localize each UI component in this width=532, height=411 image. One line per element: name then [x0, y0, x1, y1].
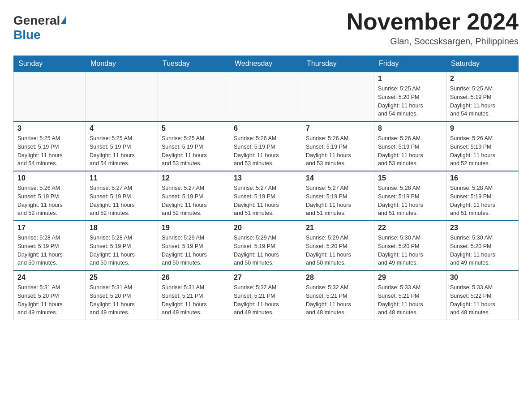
day-info: Sunrise: 5:30 AMSunset: 5:20 PMDaylight:… — [378, 234, 442, 267]
day-info: Sunrise: 5:27 AMSunset: 5:19 PMDaylight:… — [162, 184, 226, 218]
title-section: November 2024 Glan, Soccsksargen, Philip… — [347, 9, 519, 47]
day-number: 2 — [450, 75, 515, 83]
day-number: 24 — [17, 274, 82, 282]
day-number: 8 — [378, 124, 442, 133]
calendar-cell: 8Sunrise: 5:26 AMSunset: 5:19 PMDaylight… — [374, 121, 446, 171]
day-info: Sunrise: 5:25 AMSunset: 5:19 PMDaylight:… — [450, 85, 515, 118]
day-info: Sunrise: 5:29 AMSunset: 5:19 PMDaylight:… — [162, 234, 226, 267]
day-info: Sunrise: 5:25 AMSunset: 5:19 PMDaylight:… — [162, 134, 226, 168]
location: Glan, Soccsksargen, Philippines — [347, 36, 519, 47]
calendar-header: SundayMondayTuesdayWednesdayThursdayFrid… — [14, 56, 519, 72]
day-number: 10 — [17, 174, 82, 182]
day-info: Sunrise: 5:31 AMSunset: 5:21 PMDaylight:… — [162, 283, 226, 317]
day-number: 19 — [162, 224, 226, 232]
day-number: 11 — [90, 174, 154, 182]
weekday-header-sunday: Sunday — [14, 56, 86, 72]
day-info: Sunrise: 5:29 AMSunset: 5:19 PMDaylight:… — [234, 234, 298, 267]
calendar-cell: 23Sunrise: 5:30 AMSunset: 5:20 PMDayligh… — [446, 221, 519, 270]
day-info: Sunrise: 5:29 AMSunset: 5:20 PMDaylight:… — [306, 234, 370, 267]
calendar-cell: 3Sunrise: 5:25 AMSunset: 5:19 PMDaylight… — [14, 121, 86, 171]
weekday-header-tuesday: Tuesday — [158, 56, 230, 72]
calendar-cell: 27Sunrise: 5:32 AMSunset: 5:21 PMDayligh… — [230, 270, 302, 320]
calendar-cell: 9Sunrise: 5:26 AMSunset: 5:19 PMDaylight… — [446, 121, 519, 171]
calendar-cell: 1Sunrise: 5:25 AMSunset: 5:20 PMDaylight… — [374, 72, 446, 121]
day-number: 25 — [90, 274, 154, 282]
week-row-4: 17Sunrise: 5:28 AMSunset: 5:19 PMDayligh… — [14, 221, 519, 270]
weekday-header-monday: Monday — [86, 56, 158, 72]
weekday-header-saturday: Saturday — [446, 56, 519, 72]
calendar-cell: 30Sunrise: 5:33 AMSunset: 5:22 PMDayligh… — [446, 270, 519, 320]
day-info: Sunrise: 5:26 AMSunset: 5:19 PMDaylight:… — [378, 134, 442, 168]
page-header: General Blue November 2024 Glan, Soccsks… — [13, 9, 519, 47]
calendar-cell: 25Sunrise: 5:31 AMSunset: 5:20 PMDayligh… — [86, 270, 158, 320]
day-info: Sunrise: 5:31 AMSunset: 5:20 PMDaylight:… — [90, 283, 154, 317]
day-number: 23 — [450, 224, 515, 232]
day-info: Sunrise: 5:33 AMSunset: 5:22 PMDaylight:… — [450, 283, 515, 317]
day-number: 9 — [450, 124, 515, 133]
day-info: Sunrise: 5:26 AMSunset: 5:19 PMDaylight:… — [450, 134, 515, 168]
day-number: 14 — [306, 174, 370, 182]
day-info: Sunrise: 5:33 AMSunset: 5:21 PMDaylight:… — [378, 283, 442, 317]
day-info: Sunrise: 5:26 AMSunset: 5:19 PMDaylight:… — [17, 184, 82, 218]
calendar-cell: 26Sunrise: 5:31 AMSunset: 5:21 PMDayligh… — [158, 270, 230, 320]
day-number: 13 — [234, 174, 298, 182]
calendar-cell: 12Sunrise: 5:27 AMSunset: 5:19 PMDayligh… — [158, 171, 230, 221]
calendar-cell: 20Sunrise: 5:29 AMSunset: 5:19 PMDayligh… — [230, 221, 302, 270]
day-number: 28 — [306, 274, 370, 282]
day-number: 5 — [162, 124, 226, 133]
day-info: Sunrise: 5:26 AMSunset: 5:19 PMDaylight:… — [234, 134, 298, 168]
day-number: 26 — [162, 274, 226, 282]
week-row-5: 24Sunrise: 5:31 AMSunset: 5:20 PMDayligh… — [14, 270, 519, 320]
weekday-header-friday: Friday — [374, 56, 446, 72]
day-info: Sunrise: 5:28 AMSunset: 5:19 PMDaylight:… — [90, 234, 154, 267]
calendar-cell: 13Sunrise: 5:27 AMSunset: 5:19 PMDayligh… — [230, 171, 302, 221]
calendar-cell: 11Sunrise: 5:27 AMSunset: 5:19 PMDayligh… — [86, 171, 158, 221]
calendar-cell — [86, 72, 158, 121]
day-info: Sunrise: 5:27 AMSunset: 5:19 PMDaylight:… — [234, 184, 298, 218]
day-info: Sunrise: 5:32 AMSunset: 5:21 PMDaylight:… — [234, 283, 298, 317]
calendar-cell: 16Sunrise: 5:28 AMSunset: 5:19 PMDayligh… — [446, 171, 519, 221]
logo-triangle-icon — [61, 16, 66, 24]
day-info: Sunrise: 5:25 AMSunset: 5:20 PMDaylight:… — [378, 85, 442, 118]
day-number: 6 — [234, 124, 298, 133]
day-info: Sunrise: 5:28 AMSunset: 5:19 PMDaylight:… — [450, 184, 515, 218]
weekday-header-row: SundayMondayTuesdayWednesdayThursdayFrid… — [14, 56, 519, 72]
day-info: Sunrise: 5:28 AMSunset: 5:19 PMDaylight:… — [378, 184, 442, 218]
week-row-1: 1Sunrise: 5:25 AMSunset: 5:20 PMDaylight… — [14, 72, 519, 121]
calendar-cell: 5Sunrise: 5:25 AMSunset: 5:19 PMDaylight… — [158, 121, 230, 171]
day-number: 30 — [450, 274, 515, 282]
day-info: Sunrise: 5:27 AMSunset: 5:19 PMDaylight:… — [306, 184, 370, 218]
day-number: 20 — [234, 224, 298, 232]
day-number: 22 — [378, 224, 442, 232]
day-info: Sunrise: 5:25 AMSunset: 5:19 PMDaylight:… — [90, 134, 154, 168]
calendar-cell: 14Sunrise: 5:27 AMSunset: 5:19 PMDayligh… — [302, 171, 374, 221]
day-info: Sunrise: 5:25 AMSunset: 5:19 PMDaylight:… — [17, 134, 82, 168]
calendar-cell: 22Sunrise: 5:30 AMSunset: 5:20 PMDayligh… — [374, 221, 446, 270]
calendar-cell: 29Sunrise: 5:33 AMSunset: 5:21 PMDayligh… — [374, 270, 446, 320]
calendar-body: 1Sunrise: 5:25 AMSunset: 5:20 PMDaylight… — [14, 72, 519, 320]
day-number: 4 — [90, 124, 154, 133]
calendar-cell — [230, 72, 302, 121]
week-row-2: 3Sunrise: 5:25 AMSunset: 5:19 PMDaylight… — [14, 121, 519, 171]
day-info: Sunrise: 5:27 AMSunset: 5:19 PMDaylight:… — [90, 184, 154, 218]
calendar-cell: 10Sunrise: 5:26 AMSunset: 5:19 PMDayligh… — [14, 171, 86, 221]
day-info: Sunrise: 5:28 AMSunset: 5:19 PMDaylight:… — [17, 234, 82, 267]
calendar-cell — [158, 72, 230, 121]
calendar-cell: 18Sunrise: 5:28 AMSunset: 5:19 PMDayligh… — [86, 221, 158, 270]
day-number: 7 — [306, 124, 370, 133]
day-number: 16 — [450, 174, 515, 182]
calendar-cell: 19Sunrise: 5:29 AMSunset: 5:19 PMDayligh… — [158, 221, 230, 270]
logo-general: General Blue — [13, 13, 66, 42]
calendar-cell: 24Sunrise: 5:31 AMSunset: 5:20 PMDayligh… — [14, 270, 86, 320]
day-number: 3 — [17, 124, 82, 133]
month-title: November 2024 — [347, 9, 519, 34]
calendar-cell: 6Sunrise: 5:26 AMSunset: 5:19 PMDaylight… — [230, 121, 302, 171]
day-info: Sunrise: 5:31 AMSunset: 5:20 PMDaylight:… — [17, 283, 82, 317]
day-number: 21 — [306, 224, 370, 232]
calendar-cell — [14, 72, 86, 121]
calendar-cell — [302, 72, 374, 121]
calendar-cell: 15Sunrise: 5:28 AMSunset: 5:19 PMDayligh… — [374, 171, 446, 221]
calendar-cell: 7Sunrise: 5:26 AMSunset: 5:19 PMDaylight… — [302, 121, 374, 171]
day-info: Sunrise: 5:30 AMSunset: 5:20 PMDaylight:… — [450, 234, 515, 267]
weekday-header-thursday: Thursday — [302, 56, 374, 72]
